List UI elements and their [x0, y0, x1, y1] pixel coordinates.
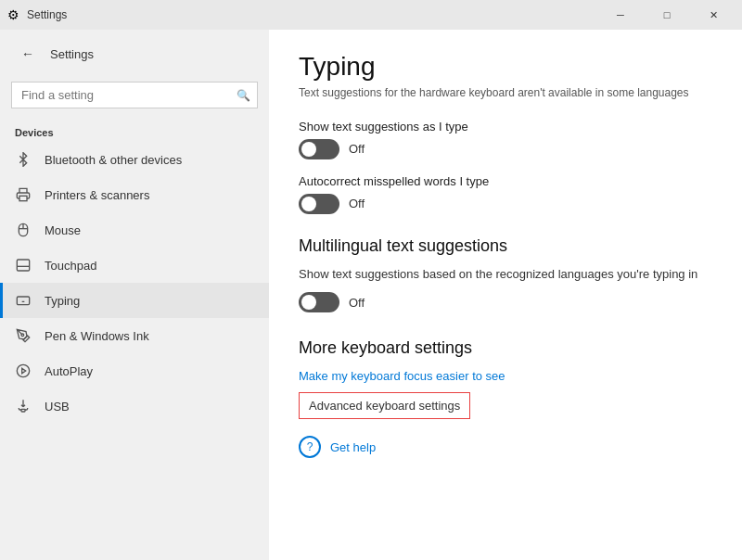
svg-point-7 [21, 334, 24, 337]
sidebar-item-printers-label: Printers & scanners [45, 188, 149, 202]
content-area: Typing Text suggestions for the hardware… [269, 30, 742, 560]
titlebar-controls: ─ □ ✕ [599, 0, 735, 30]
sidebar-item-mouse[interactable]: Mouse [0, 212, 269, 248]
svg-marker-9 [22, 368, 26, 373]
sidebar-item-pen-label: Pen & Windows Ink [45, 329, 149, 343]
sidebar-item-touchpad[interactable]: Touchpad [0, 248, 269, 283]
search-box: 🔍 [11, 82, 258, 108]
window-icon: ⚙ [7, 7, 19, 22]
usb-icon [15, 398, 32, 414]
text-suggestions-toggle-label: Off [349, 142, 365, 156]
help-icon: ? [299, 436, 321, 458]
touchpad-icon [15, 257, 32, 274]
sidebar-item-autoplay-label: AutoPlay [45, 364, 93, 378]
get-help-link[interactable]: Get help [330, 440, 376, 454]
titlebar: ⚙ Settings ─ □ ✕ [0, 0, 742, 30]
titlebar-title: Settings [27, 8, 67, 21]
svg-point-8 [17, 364, 29, 376]
back-button[interactable]: ← [15, 41, 41, 67]
multilingual-toggle[interactable] [299, 292, 339, 312]
autoplay-icon [15, 363, 32, 379]
sidebar-nav-top: ← Settings [0, 30, 269, 78]
sidebar-item-typing-label: Typing [45, 294, 80, 308]
more-keyboard-heading: More keyboard settings [299, 338, 712, 358]
multilingual-toggle-row: Off [299, 292, 712, 312]
app-body: ← Settings 🔍 Devices Bluetooth & other d… [0, 30, 742, 560]
text-suggestions-toggle[interactable] [299, 139, 339, 159]
sidebar-item-autoplay[interactable]: AutoPlay [0, 353, 269, 388]
autocorrect-toggle-row: Off [299, 194, 712, 214]
sidebar-item-pen[interactable]: Pen & Windows Ink [0, 318, 269, 353]
close-button[interactable]: ✕ [692, 0, 735, 30]
sidebar-item-mouse-label: Mouse [45, 223, 81, 237]
sidebar-item-typing[interactable]: Typing [0, 283, 269, 318]
autocorrect-label: Autocorrect misspelled words I type [299, 174, 712, 188]
minimize-button[interactable]: ─ [599, 0, 642, 30]
text-suggestions-label: Show text suggestions as I type [299, 120, 712, 134]
get-help-row: ? Get help [299, 436, 712, 458]
autocorrect-setting: Autocorrect misspelled words I type Off [299, 174, 712, 214]
sidebar-item-printers[interactable]: Printers & scanners [0, 177, 269, 212]
printer-icon [15, 186, 32, 203]
svg-rect-4 [17, 260, 29, 271]
sidebar-app-title: Settings [50, 47, 94, 61]
advanced-keyboard-link[interactable]: Advanced keyboard settings [299, 392, 470, 419]
keyboard-focus-link[interactable]: Make my keyboard focus easier to see [299, 369, 712, 383]
sidebar-item-bluetooth-label: Bluetooth & other devices [45, 153, 182, 167]
advanced-keyboard-link-wrapper: Advanced keyboard settings [299, 392, 470, 432]
sidebar-item-usb[interactable]: USB [0, 388, 269, 424]
maximize-button[interactable]: □ [646, 0, 688, 30]
sidebar-item-touchpad-label: Touchpad [45, 259, 96, 273]
svg-rect-0 [19, 196, 27, 200]
search-input[interactable] [11, 82, 258, 108]
subtitle-note: Text suggestions for the hardware keyboa… [299, 85, 712, 101]
sidebar: ← Settings 🔍 Devices Bluetooth & other d… [0, 30, 269, 560]
multilingual-desc: Show text suggestions based on the recog… [299, 265, 712, 284]
keyboard-icon [15, 292, 32, 309]
text-suggestions-setting: Show text suggestions as I type Off [299, 120, 712, 159]
mouse-icon [15, 222, 32, 238]
sidebar-item-bluetooth[interactable]: Bluetooth & other devices [0, 142, 269, 177]
multilingual-heading: Multilingual text suggestions [299, 236, 712, 256]
pen-icon [15, 327, 32, 344]
search-icon: 🔍 [237, 89, 250, 102]
devices-section-label: Devices [0, 120, 269, 142]
svg-rect-6 [17, 297, 29, 305]
autocorrect-toggle[interactable] [299, 194, 339, 214]
svg-rect-10 [21, 409, 25, 412]
titlebar-left: ⚙ Settings [7, 7, 67, 22]
page-title: Typing [299, 52, 712, 82]
text-suggestions-toggle-row: Off [299, 139, 712, 159]
bluetooth-icon [15, 151, 32, 168]
multilingual-toggle-label: Off [349, 296, 365, 310]
autocorrect-toggle-label: Off [349, 197, 365, 210]
sidebar-item-usb-label: USB [45, 400, 70, 414]
help-icon-symbol: ? [307, 440, 313, 453]
